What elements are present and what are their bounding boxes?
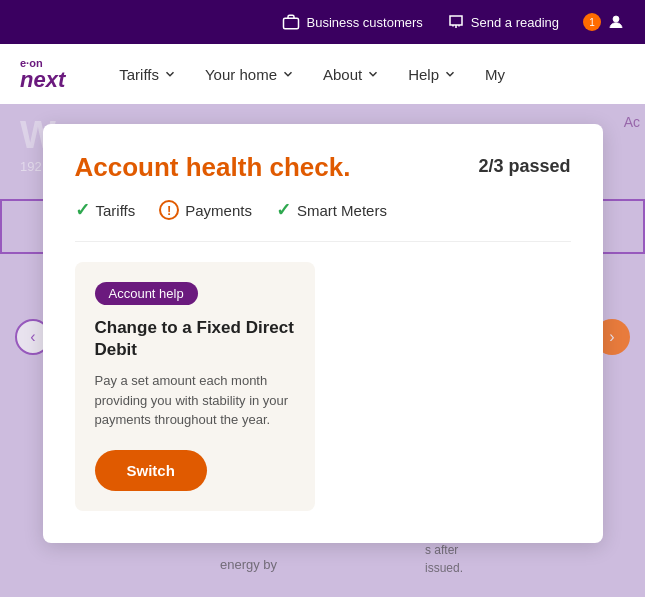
meter-icon <box>447 13 465 31</box>
check-tariffs: ✓ Tariffs <box>75 199 136 221</box>
check-green-icon-2: ✓ <box>276 199 291 221</box>
notification-button[interactable]: 1 <box>583 13 625 31</box>
svg-point-1 <box>613 16 619 22</box>
nav-help[interactable]: Help <box>394 58 471 91</box>
switch-button[interactable]: Switch <box>95 450 207 491</box>
nav-items: Tariffs Your home About Help My <box>105 58 519 91</box>
modal-passed-label: 2/3 passed <box>478 152 570 177</box>
check-green-icon: ✓ <box>75 199 90 221</box>
nav-about[interactable]: About <box>309 58 394 91</box>
nav-your-home[interactable]: Your home <box>191 58 309 91</box>
card-badge: Account help <box>95 282 198 305</box>
modal-checks: ✓ Tariffs ! Payments ✓ Smart Meters <box>75 199 571 242</box>
chevron-down-icon <box>163 67 177 81</box>
svg-rect-0 <box>284 18 299 29</box>
top-bar: Business customers Send a reading 1 <box>0 0 645 44</box>
send-reading-link[interactable]: Send a reading <box>447 13 559 31</box>
logo[interactable]: e·on next <box>20 57 65 91</box>
check-payments: ! Payments <box>159 200 252 220</box>
modal: Account health check. 2/3 passed ✓ Tarif… <box>43 124 603 543</box>
business-customers-link[interactable]: Business customers <box>282 13 422 31</box>
modal-overlay: Account health check. 2/3 passed ✓ Tarif… <box>0 104 645 597</box>
person-icon <box>607 13 625 31</box>
check-warning-icon: ! <box>159 200 179 220</box>
nav-bar: e·on next Tariffs Your home About Help <box>0 44 645 104</box>
check-smart-meters: ✓ Smart Meters <box>276 199 387 221</box>
modal-title: Account health check. <box>75 152 351 183</box>
notification-badge: 1 <box>583 13 601 31</box>
card-description: Pay a set amount each month providing yo… <box>95 371 295 430</box>
suggestion-card: Account help Change to a Fixed Direct De… <box>75 262 315 511</box>
chevron-down-icon <box>281 67 295 81</box>
nav-my[interactable]: My <box>471 58 519 91</box>
briefcase-icon <box>282 13 300 31</box>
card-title: Change to a Fixed Direct Debit <box>95 317 295 361</box>
nav-tariffs[interactable]: Tariffs <box>105 58 191 91</box>
chevron-down-icon <box>443 67 457 81</box>
chevron-down-icon <box>366 67 380 81</box>
modal-header: Account health check. 2/3 passed <box>75 152 571 183</box>
logo-next-text: next <box>20 69 65 91</box>
